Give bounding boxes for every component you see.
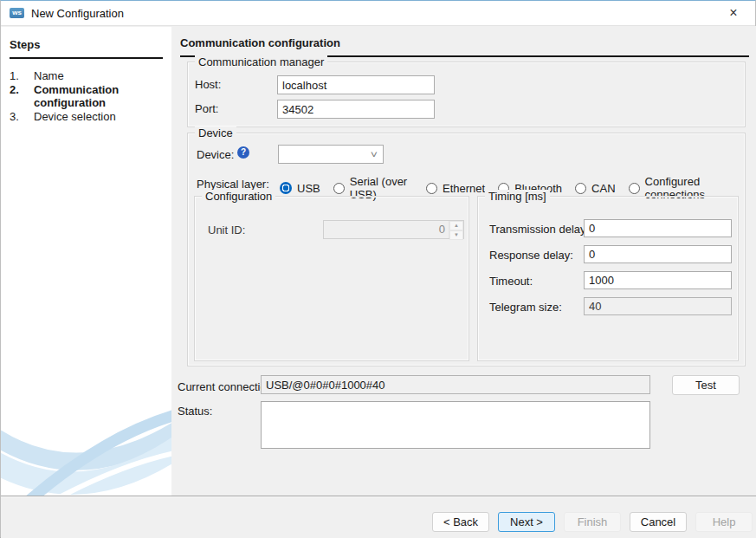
radio-can[interactable]: CAN [575, 182, 615, 195]
close-icon[interactable]: × [719, 1, 748, 25]
new-configuration-dialog: ws New Configuration × Steps 1. Name 2. … [0, 0, 756, 538]
footer-buttons: < Back Next > Finish Cancel Help [432, 512, 753, 532]
next-button[interactable]: Next > [498, 512, 555, 532]
finish-button: Finish [564, 512, 621, 532]
radio-icon [575, 183, 586, 194]
current-connection-field [261, 375, 650, 394]
configuration-legend: Configuration [202, 190, 275, 203]
status-label: Status: [178, 405, 212, 418]
status-textarea[interactable] [261, 401, 650, 449]
radio-usb[interactable]: USB [280, 182, 320, 195]
radio-icon [333, 183, 345, 194]
host-label: Host: [195, 78, 221, 91]
step-item-communication-configuration: 2. Communication configuration [10, 83, 163, 109]
back-button[interactable]: < Back [432, 512, 489, 532]
telegram-size-label: Telegram size: [489, 301, 562, 314]
configuration-group: Configuration Unit ID: 0 ▲ ▼ [194, 196, 469, 361]
transmission-delay-input[interactable] [584, 219, 732, 237]
timeout-input[interactable] [584, 271, 732, 289]
step-label: Name [34, 69, 163, 82]
physical-layer-label: Physical layer: [197, 178, 269, 191]
radio-icon [629, 183, 640, 194]
step-label: Communication configuration [34, 83, 163, 109]
radio-icon [280, 182, 292, 194]
radio-icon [426, 183, 437, 194]
radio-label: Ethernet [443, 182, 485, 195]
help-button: Help [695, 512, 753, 532]
window-title: New Configuration [31, 7, 124, 20]
decorative-swoosh [1, 381, 171, 496]
help-icon[interactable]: ? [237, 146, 249, 159]
spinner-up-icon: ▲ [449, 221, 463, 230]
steps-list: 1. Name 2. Communication configuration 3… [1, 69, 171, 123]
chevron-down-icon: ˅ [371, 150, 378, 159]
device-group: Device Device: ? ˅ Physical layer: USB S… [187, 133, 746, 366]
title-bar: ws New Configuration × [1, 1, 755, 26]
test-button[interactable]: Test [672, 375, 740, 395]
step-number: 3. [10, 110, 34, 123]
timing-legend: Timing [ms] [485, 190, 550, 203]
step-item-device-selection: 3. Device selection [10, 110, 163, 123]
step-label: Device selection [34, 110, 163, 123]
response-delay-label: Response delay: [489, 249, 573, 262]
steps-header: Steps [10, 38, 163, 59]
spin-buttons: ▲ ▼ [449, 221, 463, 238]
response-delay-input[interactable] [584, 245, 732, 263]
device-legend: Device [195, 126, 236, 139]
section-title: Communication configuration [180, 36, 749, 57]
radio-ethernet[interactable]: Ethernet [426, 182, 485, 195]
port-input[interactable] [277, 100, 435, 119]
radio-label: USB [297, 182, 320, 195]
port-label: Port: [195, 102, 218, 115]
cancel-button[interactable]: Cancel [630, 512, 687, 532]
device-label: Device: [197, 148, 234, 161]
step-number: 2. [10, 83, 34, 109]
app-icon: ws [10, 8, 24, 18]
host-input[interactable] [277, 75, 435, 94]
wizard-footer: < Back Next > Finish Cancel Help [1, 496, 756, 538]
radio-label: CAN [591, 182, 615, 195]
communication-manager-group: Communication manager Host: Port: [187, 62, 746, 127]
timing-group: Timing [ms] Transmission delay: Response… [477, 196, 739, 361]
unit-id-label: Unit ID: [208, 224, 245, 237]
unit-id-stepper: 0 ▲ ▼ [323, 220, 464, 239]
communication-manager-legend: Communication manager [195, 55, 327, 68]
device-dropdown[interactable]: ˅ [278, 145, 384, 164]
transmission-delay-label: Transmission delay: [489, 223, 589, 236]
timeout-label: Timeout: [489, 275, 533, 288]
communication-configuration-panel: Communication configuration Communicatio… [171, 26, 756, 496]
telegram-size-input [584, 297, 732, 315]
unit-id-value: 0 [324, 221, 449, 238]
step-item-name: 1. Name [10, 69, 163, 82]
steps-sidebar: Steps 1. Name 2. Communication configura… [1, 27, 171, 496]
spinner-down-icon: ▼ [449, 230, 463, 240]
step-number: 1. [10, 69, 34, 82]
